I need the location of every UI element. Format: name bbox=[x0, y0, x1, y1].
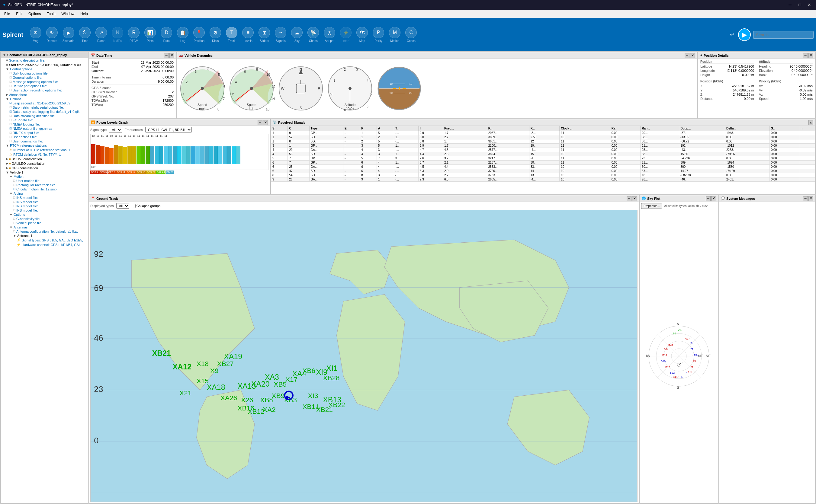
toolbar-motion[interactable]: M Motion bbox=[387, 26, 402, 44]
table-row[interactable]: 10BD...-25-...3.81...3661...12110.0036..… bbox=[271, 139, 815, 144]
pd-minimize[interactable]: ─ bbox=[803, 53, 808, 58]
table-row[interactable]: 429GA...-43-...4.74.52577...-4...110.002… bbox=[271, 148, 815, 152]
gt-close[interactable]: ✕ bbox=[632, 196, 637, 201]
toolbar-interf[interactable]: ⚡ Interf bbox=[338, 26, 353, 44]
signal-type-select[interactable]: All bbox=[109, 127, 122, 132]
minimize-button[interactable]: ─ bbox=[786, 2, 794, 8]
sp-minimize[interactable]: ─ bbox=[706, 196, 711, 201]
tree-ant-config[interactable]: ☐ Antenna configuration file: default_v1… bbox=[1, 229, 88, 234]
tree-rs232[interactable]: ☐ RS232 port options file: bbox=[1, 84, 88, 88]
toolbar-codes[interactable]: C Codes bbox=[403, 26, 419, 44]
datetime-minimize[interactable]: ─ bbox=[164, 53, 169, 58]
dt-select[interactable]: All bbox=[116, 203, 129, 209]
toolbar-plots[interactable]: 📊 Plots bbox=[142, 26, 158, 44]
toolbar-ant-pat[interactable]: ◎ Ant pat bbox=[322, 26, 337, 44]
tree-beidou[interactable]: ▶ ■ BeiDou constellation bbox=[1, 157, 88, 161]
tree-baro[interactable]: ☐ Barometric height serial output file: bbox=[1, 105, 88, 110]
tree-leap-second[interactable]: ☑ Leap second at: 31-Dec-2006 23:59:59 bbox=[1, 101, 88, 105]
tree-antenna1[interactable]: ▼ Antenna 1 bbox=[1, 234, 88, 238]
toolbar-levels[interactable]: ≡ Levels bbox=[240, 26, 255, 44]
toolbar-track[interactable]: T Track bbox=[224, 26, 239, 44]
toolbar-scenario[interactable]: ▶ Scenario bbox=[61, 26, 76, 44]
tree-antennas[interactable]: ▼ Antennas bbox=[1, 225, 88, 229]
tree-ins2[interactable]: ☐ INS model file: bbox=[1, 200, 88, 204]
tree-rinex[interactable]: ☐ RINEX output file: bbox=[1, 131, 88, 135]
tree-galileo[interactable]: ▶ ■ GALILEO constellation bbox=[1, 161, 88, 166]
toolbar-sliders[interactable]: ⊞ Sliders bbox=[257, 26, 272, 44]
tree-ins3[interactable]: ☐ INS model file: bbox=[1, 204, 88, 208]
tree-motion[interactable]: ▼ Motion bbox=[1, 174, 88, 179]
collapse-checkbox[interactable] bbox=[132, 204, 136, 208]
rs-content[interactable]: S C Type E P A T... I Pseu... P... P... bbox=[271, 126, 815, 194]
menu-options[interactable]: Options bbox=[25, 11, 44, 17]
tree-user-motion[interactable]: ☐ User motion file: bbox=[1, 179, 88, 183]
menu-edit[interactable]: Edit bbox=[13, 11, 25, 17]
sm-close[interactable]: ✕ bbox=[808, 196, 813, 201]
tree-hw-channel[interactable]: ⚡ Hardware channel: GPS L1/E1/B4, GAL... bbox=[1, 242, 88, 247]
toolbar-remote[interactable]: ↻ Remote bbox=[44, 26, 59, 44]
tree-signal-types[interactable]: ⚡ Signal types: GPS L1L5, GALILEO E1E5, bbox=[1, 238, 88, 242]
tree-control-options[interactable]: ▼ Control options bbox=[1, 67, 88, 71]
table-row[interactable]: 625GA...-64-...4.54.42553...33...100.003… bbox=[271, 165, 815, 169]
toolbar-position[interactable]: 📍 Position bbox=[191, 26, 206, 44]
toolbar-dials[interactable]: ⚙ Dials bbox=[208, 26, 223, 44]
map-area[interactable]: 92 69 46 23 0 XB21 XA12 X18 X9 XB27 bbox=[90, 210, 638, 502]
tree-g-sensitivity[interactable]: ☐ G-sensitivity file: bbox=[1, 217, 88, 221]
tree-ins1[interactable]: ☐ INS model file: bbox=[1, 196, 88, 200]
toolbar-ramp[interactable]: ↗ Ramp bbox=[94, 26, 109, 44]
toolbar-map[interactable]: 🗺 Map bbox=[354, 26, 369, 44]
tree-bulk-logging[interactable]: ☐ Bulk logging options file: bbox=[1, 71, 88, 75]
table-row[interactable]: 19GP...-15-...2.91.72087...-3...110.0020… bbox=[271, 131, 815, 135]
table-row[interactable]: 453BD...-431...4.42.53824...15100.0038..… bbox=[271, 152, 815, 156]
tree-vert-plane[interactable]: ☐ Vertical plane file: bbox=[1, 221, 88, 225]
table-row[interactable]: 647BD...-64-...3.32.03720...14100.0037..… bbox=[271, 169, 815, 173]
tree-general-options[interactable]: ☐ General options file: bbox=[1, 75, 88, 80]
menu-tools[interactable]: Tools bbox=[44, 11, 58, 17]
play-button[interactable]: ▶ bbox=[738, 28, 751, 41]
tree-vehicle1[interactable]: ▼ Vehicle 1 bbox=[1, 170, 88, 174]
tree-eop[interactable]: ☐ EOP data file: bbox=[1, 118, 88, 122]
table-row[interactable]: 152BD...-121...5.02.73869...2.56100.0038… bbox=[271, 135, 815, 139]
toolbar-data[interactable]: D Data bbox=[159, 26, 174, 44]
search-input[interactable] bbox=[753, 31, 814, 39]
menu-file[interactable]: File bbox=[1, 11, 13, 17]
tree-start-time[interactable]: ◆ Start time: 29-Mar-2023 00:00:00, Dura… bbox=[1, 62, 88, 67]
pl-close[interactable]: ✕ bbox=[263, 120, 268, 125]
toolbar-parity[interactable]: P Parity bbox=[371, 26, 386, 44]
freq-select[interactable]: GPS L1, GAL E1, BD B1i bbox=[145, 127, 192, 132]
tree-rtcm[interactable]: ▼ RTCM reference stations bbox=[1, 143, 88, 148]
datetime-close[interactable]: ✕ bbox=[169, 53, 174, 58]
tree-rect-race[interactable]: ☐ Rectangular racetrack file: bbox=[1, 183, 88, 187]
maximize-button[interactable]: □ bbox=[795, 2, 804, 8]
toolbar-nmea[interactable]: N NMEA bbox=[110, 26, 125, 44]
tree-aiding[interactable]: ▼ Aiding bbox=[1, 191, 88, 196]
menu-window[interactable]: Window bbox=[58, 11, 77, 17]
tree-user-action[interactable]: ☐ User action recording options file: bbox=[1, 88, 88, 92]
sp-close[interactable]: ✕ bbox=[711, 196, 716, 201]
toolbar-sky[interactable]: ☁ Sky bbox=[289, 26, 304, 44]
tree-gps[interactable]: ▶ ■ GPS constellation bbox=[1, 166, 88, 170]
tree-v1-options[interactable]: ▼ Options bbox=[1, 212, 88, 217]
table-row[interactable]: 57GP...-5732.63.23247...-1...110.0023...… bbox=[271, 156, 815, 161]
pd-close[interactable]: ✕ bbox=[808, 53, 813, 58]
tree-rtcm-count[interactable]: ⚠ Number of RTCM reference stations: 1 bbox=[1, 148, 88, 152]
close-button[interactable]: ✕ bbox=[805, 2, 814, 8]
pl-minimize[interactable]: ─ bbox=[257, 120, 262, 125]
toolbar-signals[interactable]: ~ Signals bbox=[273, 26, 288, 44]
tree-data-display[interactable]: ☑ Data display and logging file: default… bbox=[1, 110, 88, 114]
toolbar-time[interactable]: ⏱ Time bbox=[77, 26, 92, 44]
tree-options-group[interactable]: ▼ Options bbox=[1, 97, 88, 101]
sm-minimize[interactable]: ─ bbox=[803, 196, 808, 201]
vd-minimize[interactable]: ─ bbox=[685, 53, 690, 58]
table-row[interactable]: 926GA...-91-...7.36.52685...-4...100.002… bbox=[271, 177, 815, 182]
tree-nmea-log[interactable]: ☐ NMEA logging file: bbox=[1, 122, 88, 126]
tree-msg-reporting[interactable]: ☐ Message reporting options file: bbox=[1, 80, 88, 84]
sp-properties-btn[interactable]: Properties... bbox=[641, 203, 662, 209]
tree-circular[interactable]: ☑ Circular motion file: 12.smp bbox=[1, 187, 88, 191]
tree-ins4[interactable]: ☐ INS model file: bbox=[1, 208, 88, 212]
tree-atmosphere[interactable]: ▶ Atmosphere bbox=[1, 92, 88, 97]
tree-scenario-desc[interactable]: ◆ Scenario description file: bbox=[1, 58, 88, 62]
undo-button[interactable]: ↩ bbox=[729, 30, 736, 39]
scenario-expand-icon[interactable]: ▼ bbox=[3, 53, 6, 57]
tree-user-actions[interactable]: ☐ User actions file: bbox=[1, 135, 88, 139]
